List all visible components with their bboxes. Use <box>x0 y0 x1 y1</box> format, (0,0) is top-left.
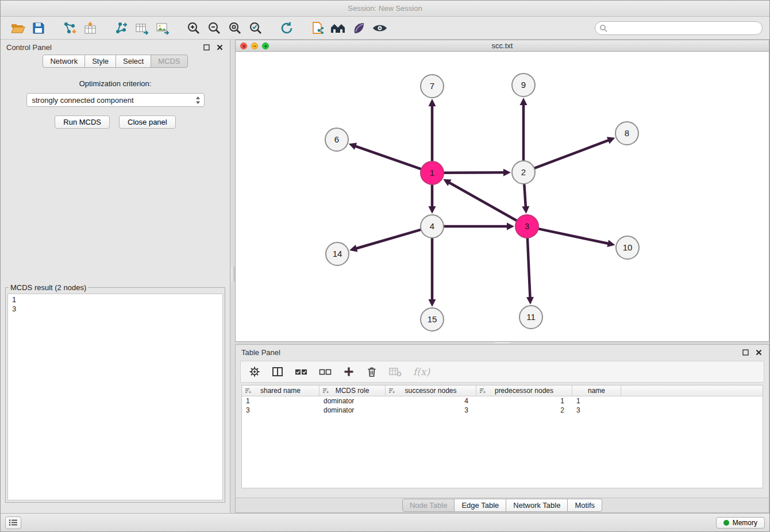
function-builder-button[interactable]: f(x) <box>412 365 431 379</box>
graph-edge[interactable] <box>444 172 503 173</box>
hide-all-columns-button[interactable] <box>318 366 333 377</box>
optimization-criterion-select[interactable]: strongly connected component <box>26 93 205 107</box>
graph-node-label: 8 <box>625 128 629 138</box>
import-network-button[interactable] <box>59 19 80 37</box>
table-settings-button[interactable] <box>248 365 261 379</box>
mcds-result-item[interactable]: 1 <box>12 295 218 304</box>
open-session-button[interactable] <box>7 19 28 37</box>
graph-node-3[interactable]: 3 <box>515 215 538 238</box>
sort-icon <box>245 388 251 394</box>
tab-edge-table[interactable]: Edge Table <box>454 499 506 512</box>
graph-edge[interactable] <box>524 184 525 206</box>
vertical-splitter[interactable] <box>230 40 235 514</box>
column-label: predecessor nodes <box>495 387 553 395</box>
column-header-filler <box>621 385 763 396</box>
column-header-predecessor-nodes[interactable]: predecessor nodes <box>476 385 572 396</box>
mcds-result-item[interactable]: 3 <box>12 304 218 314</box>
tab-select[interactable]: Select <box>116 55 151 68</box>
create-column-button[interactable] <box>342 365 356 379</box>
cell-predecessor-nodes[interactable]: 1 <box>476 396 572 406</box>
cell-shared-name[interactable]: 3 <box>242 406 319 415</box>
toolbar-separator <box>297 28 307 28</box>
table-row[interactable]: 3 dominator 3 2 3 <box>242 406 763 415</box>
float-panel-button[interactable] <box>202 43 211 52</box>
close-table-panel-button[interactable] <box>754 348 763 357</box>
run-mcds-button[interactable]: Run MCDS <box>55 115 110 129</box>
tab-motifs[interactable]: Motifs <box>567 499 602 512</box>
cell-name[interactable]: 1 <box>572 396 621 406</box>
graph-edge[interactable] <box>538 229 608 244</box>
cell-mcds-role[interactable]: dominator <box>319 396 386 406</box>
style-brush-button[interactable] <box>349 19 369 37</box>
memory-button[interactable]: Memory <box>716 517 765 529</box>
export-network-button[interactable] <box>111 19 132 37</box>
memory-status-icon <box>723 520 729 526</box>
tab-network[interactable]: Network <box>43 55 85 68</box>
close-panel-action-button[interactable]: Close panel <box>119 115 176 129</box>
cell-successor-nodes[interactable]: 4 <box>386 396 476 406</box>
export-image-button[interactable] <box>152 19 173 37</box>
graph-node-1[interactable]: 1 <box>421 161 444 184</box>
minimize-window-button[interactable] <box>251 43 258 49</box>
zoom-fit-button[interactable] <box>225 19 245 37</box>
copy-network-button[interactable] <box>307 19 328 37</box>
graph-node-4[interactable]: 4 <box>421 215 444 238</box>
graph-node-6[interactable]: 6 <box>325 128 348 151</box>
show-graphics-details-button[interactable] <box>369 19 390 37</box>
export-table-button[interactable] <box>132 19 152 37</box>
graph-node-11[interactable]: 11 <box>519 306 542 329</box>
tab-node-table[interactable]: Node Table <box>402 499 455 512</box>
close-panel-button[interactable] <box>215 43 224 52</box>
delete-column-button[interactable] <box>365 365 379 379</box>
network-canvas[interactable]: 7968124314101511 <box>236 52 769 341</box>
cell-predecessor-nodes[interactable]: 2 <box>476 406 572 415</box>
control-panel-title: Control Panel <box>6 43 198 52</box>
graph-node-10[interactable]: 10 <box>616 236 639 259</box>
float-table-panel-button[interactable] <box>741 348 750 357</box>
float-window-icon <box>742 349 749 356</box>
zoom-window-button[interactable] <box>262 43 269 49</box>
graph-edge[interactable] <box>356 147 421 169</box>
graph-node-label: 2 <box>521 167 526 177</box>
zoom-in-button[interactable] <box>183 19 204 37</box>
show-all-columns-button[interactable] <box>294 366 309 377</box>
search-input[interactable] <box>595 21 763 35</box>
zoom-out-button[interactable] <box>204 19 225 37</box>
import-table-icon <box>83 21 97 35</box>
column-header-successor-nodes[interactable]: successor nodes <box>386 385 476 396</box>
table-empty-area <box>242 415 763 488</box>
close-window-button[interactable] <box>240 43 247 49</box>
save-session-button[interactable] <box>28 19 49 37</box>
graph-node-15[interactable]: 15 <box>421 308 444 331</box>
graph-node-8[interactable]: 8 <box>615 122 638 145</box>
graph-edge[interactable] <box>534 140 609 168</box>
graph-node-label: 3 <box>525 221 529 231</box>
tab-mcds[interactable]: MCDS <box>151 55 187 68</box>
column-header-mcds-role[interactable]: MCDS role <box>319 385 386 396</box>
import-table-button[interactable] <box>80 19 101 37</box>
cell-shared-name[interactable]: 1 <box>242 396 319 406</box>
cell-mcds-role[interactable]: dominator <box>319 406 386 415</box>
mcds-result-list[interactable]: 1 3 <box>7 294 223 500</box>
apply-layout-button[interactable] <box>276 19 297 37</box>
table-row[interactable]: 1 dominator 4 1 1 <box>242 396 763 406</box>
tab-style[interactable]: Style <box>84 55 116 68</box>
delete-table-button[interactable] <box>388 365 403 378</box>
network-window-titlebar[interactable]: scc.txt <box>236 40 769 52</box>
graph-node-9[interactable]: 9 <box>512 74 535 97</box>
graph-node-7[interactable]: 7 <box>421 75 444 98</box>
first-neighbors-button[interactable] <box>328 19 349 37</box>
graph-node-14[interactable]: 14 <box>326 242 349 265</box>
graph-node-2[interactable]: 2 <box>512 161 535 184</box>
graph-edge[interactable] <box>357 230 421 249</box>
graph-edge[interactable] <box>528 238 530 297</box>
tab-network-table[interactable]: Network Table <box>506 499 568 512</box>
zoom-selected-button[interactable] <box>245 19 266 37</box>
column-header-shared-name[interactable]: shared name <box>242 385 319 396</box>
split-table-button[interactable] <box>271 365 284 379</box>
cell-successor-nodes[interactable]: 3 <box>386 406 476 415</box>
graph-edge[interactable] <box>449 183 517 221</box>
column-header-name[interactable]: name <box>572 385 621 396</box>
cell-name[interactable]: 3 <box>572 406 621 415</box>
task-history-button[interactable] <box>5 516 21 529</box>
